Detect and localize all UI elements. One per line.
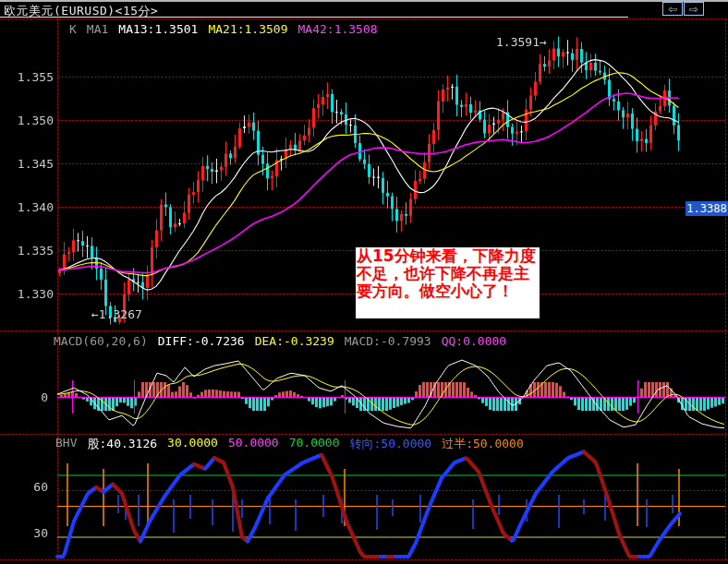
scroll-left-button[interactable]: ⇦: [662, 2, 683, 16]
main-legend: K MA1 MA13:1.3501 MA21:1.3509 MA42:1.350…: [69, 22, 378, 35]
chart-window: 欧元美元(EURUSD)<15分> ⇦ ⇨ K MA1 MA13:1.3501 …: [0, 0, 728, 564]
bhv-axis-label: 60: [7, 480, 48, 494]
macd-zero-label: 0: [7, 390, 48, 404]
macd-name: MACD(60,20,6): [54, 334, 148, 347]
price-axis-label: 1.335: [11, 244, 54, 258]
high-price-marker: 1.3591→: [496, 35, 547, 49]
bhv-legend: BHV 股:40.3126 30.0000 50.0000 70.0000 转向…: [55, 436, 524, 449]
price-axis-label: 1.350: [11, 114, 54, 127]
macd-value: MACD:-0.7993: [345, 334, 431, 347]
bhv-l50: 50.0000: [228, 436, 279, 449]
legend-ma21: MA21:1.3509: [208, 22, 287, 35]
legend-k: K: [69, 22, 77, 35]
bhv-half: 过半:50.0000: [442, 436, 524, 449]
macd-dea: DEA:-0.3239: [255, 334, 334, 347]
legend-ma1: MA1: [87, 22, 108, 35]
last-price-tag: 1.3388: [686, 201, 728, 216]
macd-diff: DIFF:-0.7236: [158, 334, 245, 347]
macd-legend: MACD(60,20,6) DIFF:-0.7236 DEA:-0.3239 M…: [54, 334, 506, 347]
title-bar: 欧元美元(EURUSD)<15分> ⇦ ⇨: [0, 0, 728, 18]
legend-ma13: MA13:1.3501: [118, 22, 198, 35]
price-axis-label: 1.355: [11, 70, 54, 84]
bhv-axis-label: 30: [7, 526, 48, 540]
bhv-turn: 转向:50.0000: [350, 436, 432, 449]
price-axis-label: 1.330: [11, 287, 54, 301]
low-price-marker: ←1.3267: [91, 307, 142, 321]
price-axis-label: 1.345: [11, 157, 54, 171]
window-title: 欧元美元(EURUSD)<15分>: [4, 3, 158, 19]
bhv-l30: 30.0000: [167, 436, 218, 449]
window-top-edge: [0, 0, 728, 2]
legend-ma42: MA42:1.3508: [298, 22, 378, 35]
bhv-l70: 70.0000: [289, 436, 340, 449]
price-axis-label: 1.340: [11, 200, 54, 214]
bhv-name: BHV: [55, 436, 77, 449]
analysis-note: 从15分钟来看，下降力度不足，也许下降不再是主要方向。做空小心了！: [356, 247, 540, 318]
scroll-right-button[interactable]: ⇨: [684, 2, 704, 16]
macd-qq: QQ:0.0000: [442, 334, 506, 347]
bhv-value: 股:40.3126: [87, 436, 157, 449]
